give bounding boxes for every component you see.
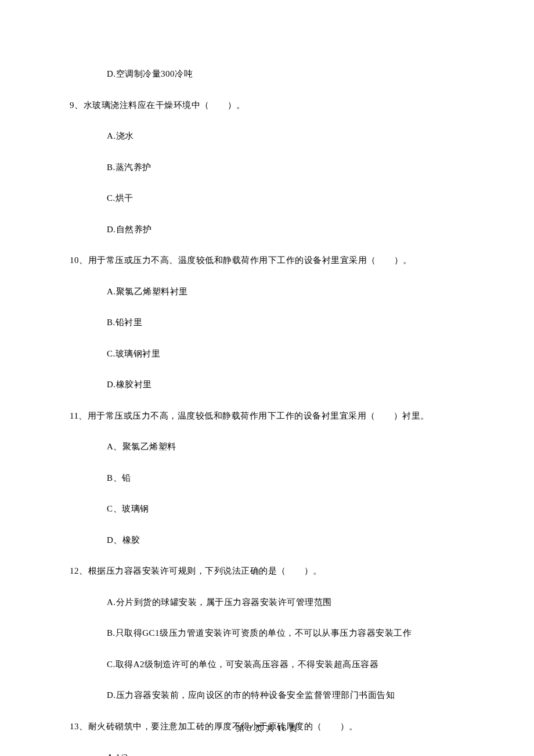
question-13-option-a: A.1/3 (107, 751, 464, 756)
question-9-option-a: A.浇水 (107, 129, 464, 143)
question-number: 10、 (70, 255, 88, 265)
question-12: 12、根据压力容器安装许可规则，下列说法正确的是（ ）。 (70, 564, 464, 578)
question-9-option-d: D.自然养护 (107, 223, 464, 236)
question-12-option-a: A.分片到货的球罐安装，属于压力容器安装许可管理范围 (107, 596, 464, 609)
question-text: 根据压力容器安装许可规则，下列说法正确的是（ ）。 (88, 566, 322, 575)
question-number: 12、 (70, 566, 88, 575)
question-11-option-d: D、橡胶 (107, 534, 464, 547)
question-12-option-d: D.压力容器安装前，应向设区的市的特种设备安全监督管理部门书面告知 (107, 689, 464, 702)
question-text: 用于常压或压力不高，温度较低和静载荷作用下工作的设备衬里宜采用（ ）衬里。 (88, 411, 430, 420)
question-11-option-c: C、玻璃钢 (107, 502, 464, 516)
question-text: 用于常压或压力不高、温度较低和静载荷作用下工作的设备衬里宜采用（ ）。 (88, 255, 412, 265)
question-10-option-a: A.聚氯乙烯塑料衬里 (107, 285, 464, 298)
question-text: 水玻璃浇注料应在干燥环境中（ ）。 (84, 100, 246, 110)
question-10-option-b: B.铅衬里 (107, 316, 464, 329)
question-9-option-c: C.烘干 (107, 192, 464, 205)
question-10-option-c: C.玻璃钢衬里 (107, 347, 464, 361)
page-footer: 第 3 页 共 16 页 (0, 723, 534, 734)
question-9: 9、水玻璃浇注料应在干燥环境中（ ）。 (70, 99, 464, 112)
question-11-option-b: B、铅 (107, 471, 464, 485)
question-10: 10、用于常压或压力不高、温度较低和静载荷作用下工作的设备衬里宜采用（ ）。 (70, 254, 464, 267)
page-content: D.空调制冷量300冷吨 9、水玻璃浇注料应在干燥环境中（ ）。 A.浇水 B.… (0, 0, 534, 756)
question-12-option-b: B.只取得GC1级压力管道安装许可资质的单位，不可以从事压力容器安装工作 (107, 627, 464, 640)
question-number: 9、 (70, 100, 84, 110)
question-9-option-b: B.蒸汽养护 (107, 161, 464, 174)
prev-question-option-d: D.空调制冷量300冷吨 (107, 67, 464, 81)
question-number: 11、 (70, 411, 88, 420)
question-10-option-d: D.橡胶衬里 (107, 378, 464, 391)
question-11-option-a: A、聚氯乙烯塑料 (107, 440, 464, 453)
question-11: 11、用于常压或压力不高，温度较低和静载荷作用下工作的设备衬里宜采用（ ）衬里。 (70, 409, 464, 423)
question-12-option-c: C.取得A2级制造许可的单位，可安装高压容器，不得安装超高压容器 (107, 658, 464, 671)
